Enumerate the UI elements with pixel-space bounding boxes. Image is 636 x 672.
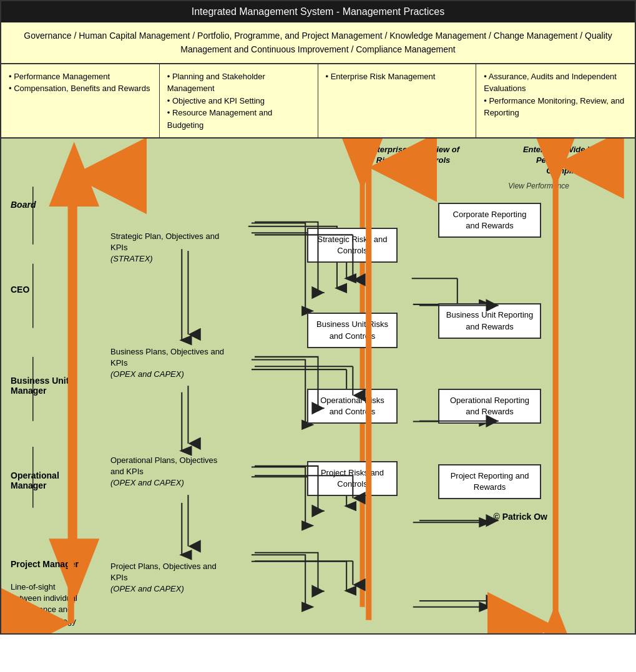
view-performance-text: View Performance <box>7 182 629 190</box>
copyright: © Patrick Ow <box>438 512 550 522</box>
role-project-manager: Project Manager <box>11 559 86 569</box>
roles-column: Board CEO Business Unit Manager Operatio… <box>7 193 86 627</box>
plan-operational: Operational Plans, Objectives and KPIs (… <box>110 455 232 489</box>
bottom-text: Line-of-sight between individual perform… <box>11 582 86 627</box>
plan-project: Project Plans, Objectives and KPIs (OPEX… <box>110 561 232 595</box>
orange-arrow-spacer <box>86 193 107 627</box>
reward-boxes-column: Corporate Reporting and Rewards Business… <box>438 193 550 627</box>
risk-boxes-column: Strategic Risks and Controls Business Un… <box>307 193 404 627</box>
plan-strategic: Strategic Plan, Objectives and KPIs (STR… <box>110 231 232 265</box>
reward-box-business-unit: Business Unit Reporting and Rewards <box>438 303 541 338</box>
role-board: Board <box>11 200 86 210</box>
diagram-area: Enterprise-Wide View of Risks and Contro… <box>1 139 635 633</box>
four-col-header: • Performance Management • Compensation,… <box>1 64 635 139</box>
header-col-1: • Performance Management • Compensation,… <box>1 64 160 138</box>
reward-box-operational: Operational Reporting and Rewards <box>438 389 541 424</box>
risk-box-operational: Operational Risks and Controls <box>307 389 398 424</box>
enterprise-label-risks: Enterprise-Wide View of Risks and Contro… <box>363 145 463 177</box>
reward-box-project: Project Reporting and Rewards <box>438 464 541 499</box>
enterprise-label-performance: Enterprise-Wide View of Performance and … <box>519 145 619 177</box>
main-title: Integrated Management System - Managemen… <box>192 6 445 17</box>
enterprise-labels-row: Enterprise-Wide View of Risks and Contro… <box>7 145 629 177</box>
header-col-3: • Enterprise Risk Management <box>318 64 477 138</box>
main-container: Integrated Management System - Managemen… <box>0 0 636 635</box>
connector-spacer <box>232 193 307 627</box>
top-banner: Governance / Human Capital Management / … <box>1 22 635 64</box>
reward-box-corporate: Corporate Reporting and Rewards <box>438 203 541 238</box>
header-col-4: • Assurance, Audits and Independent Eval… <box>476 64 635 138</box>
risk-box-business-unit: Business Unit Risks and Controls <box>307 313 398 348</box>
plan-business: Business Plans, Objectives and KPIs (OPE… <box>110 346 232 381</box>
risk-box-strategic: Strategic Risks and Controls <box>307 228 398 263</box>
role-operational-manager: Operational Manager <box>11 470 86 490</box>
title-bar: Integrated Management System - Managemen… <box>1 1 635 22</box>
middle-spacer <box>404 193 438 627</box>
role-business-unit-manager: Business Unit Manager <box>11 376 86 396</box>
banner-text: Governance / Human Capital Management / … <box>24 31 612 54</box>
main-layout: Board CEO Business Unit Manager Operatio… <box>7 193 629 627</box>
plans-column: Strategic Plan, Objectives and KPIs (STR… <box>107 193 232 627</box>
header-col-2: • Planning and Stakeholder Management • … <box>160 64 318 138</box>
risk-box-project: Project Risks and Controls <box>307 461 398 496</box>
role-ceo: CEO <box>11 285 86 295</box>
